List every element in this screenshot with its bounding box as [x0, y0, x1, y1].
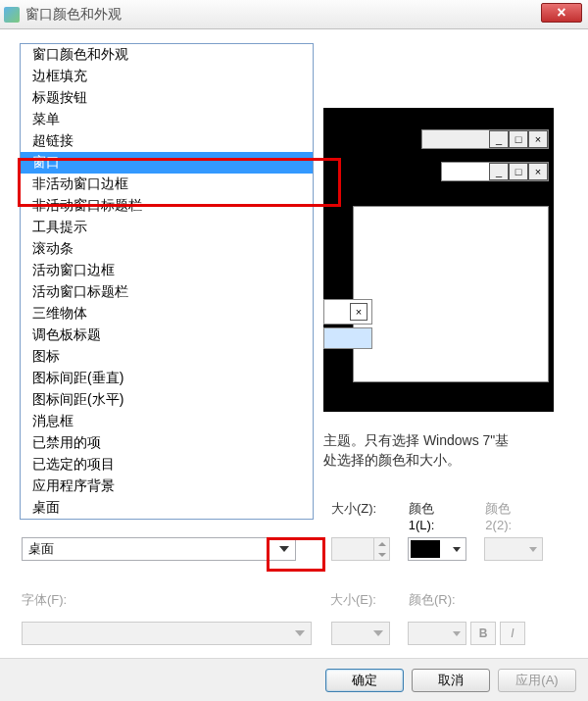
preview-messagebox: ×: [323, 299, 372, 325]
maximize-icon: □: [509, 163, 528, 180]
window-close-button[interactable]: ×: [541, 3, 582, 23]
minimize-icon: _: [489, 130, 509, 148]
chevron-down-icon: [369, 625, 387, 642]
dd-item[interactable]: 菜单: [21, 109, 313, 130]
preview-document: [353, 206, 549, 382]
dd-item[interactable]: 活动窗口边框: [21, 260, 313, 281]
titlebar: 窗口颜色和外观 ×: [0, 0, 588, 29]
info-line-2: 处选择的颜色和大小。: [323, 452, 461, 468]
label-color-r: 颜色(R):: [409, 591, 487, 609]
row-font: B I: [22, 621, 563, 646]
color2-combo: [484, 537, 543, 561]
fontsize-combo: [331, 622, 390, 645]
dd-item[interactable]: 图标: [21, 346, 313, 368]
info-text: 主题。只有选择 Windows 7"基 处选择的颜色和大小。: [323, 431, 559, 470]
row-font-labels: 字体(F): 大小(E): 颜色(R):: [22, 587, 563, 613]
apply-button[interactable]: 应用(A): [498, 669, 576, 692]
chevron-down-icon: [450, 625, 464, 642]
dd-item[interactable]: 标题按钮: [21, 87, 313, 109]
column-headers-2: 1(L): 2(2):: [331, 518, 563, 532]
chevron-down-icon: [291, 625, 309, 642]
close-icon: ×: [528, 163, 548, 180]
dd-item[interactable]: 桌面: [21, 497, 313, 519]
minimize-icon: _: [489, 163, 509, 180]
info-line-1: 主题。只有选择 Windows 7"基: [323, 432, 509, 448]
ok-button[interactable]: 确定: [325, 669, 404, 692]
chevron-down-icon: [450, 540, 464, 558]
header-size: 大小(Z):: [331, 500, 409, 518]
header-color2-val: 2(2):: [485, 518, 563, 532]
preview-inactive-window: _ □ ×: [421, 129, 549, 149]
dd-item[interactable]: 工具提示: [21, 217, 313, 238]
chevron-down-icon: [275, 540, 293, 558]
color1-combo[interactable]: [408, 537, 466, 561]
dd-item[interactable]: 非活动窗口边框: [21, 174, 313, 195]
titlebar-icon: [4, 7, 20, 23]
dd-item-first[interactable]: 窗口颜色和外观: [21, 44, 313, 66]
font-combo: [22, 622, 312, 645]
dd-item[interactable]: 三维物体: [21, 303, 313, 325]
color-swatch-black: [411, 540, 440, 558]
window-title: 窗口颜色和外观: [25, 6, 122, 24]
column-headers-1: 大小(Z): 颜色 颜色: [331, 500, 563, 518]
size-spinner[interactable]: [331, 537, 390, 561]
close-icon: ×: [557, 4, 565, 22]
dd-item[interactable]: 图标间距(垂直): [21, 368, 313, 389]
dd-item[interactable]: 图标间距(水平): [21, 389, 313, 411]
dd-item[interactable]: 边框填充: [21, 66, 313, 87]
dd-item[interactable]: 调色板标题: [21, 325, 313, 346]
spacer: [331, 518, 409, 532]
close-icon: ×: [350, 303, 368, 321]
button-bar: 确定 取消 应用(A): [0, 658, 588, 701]
dd-item[interactable]: 活动窗口标题栏: [21, 281, 313, 303]
maximize-icon: □: [509, 130, 528, 148]
italic-icon: I: [511, 626, 514, 640]
dd-item-selected[interactable]: 窗口: [21, 152, 313, 174]
dd-item[interactable]: 已选定的项目: [21, 454, 313, 476]
preview-area: _ □ × _ □ × ×: [323, 108, 554, 412]
header-color2: 颜色: [485, 500, 563, 518]
form-area: 大小(Z): 颜色 颜色 1(L): 2(2): 桌面: [22, 500, 563, 654]
row-item: 桌面: [22, 536, 563, 562]
label-size-e: 大小(E):: [330, 591, 409, 609]
italic-button: I: [500, 622, 525, 645]
header-color1: 颜色: [409, 500, 486, 518]
dialog-body: 窗口颜色和外观 边框填充 标题按钮 菜单 超链接 窗口 非活动窗口边框 非活动窗…: [0, 29, 588, 696]
cancel-button[interactable]: 取消: [412, 669, 490, 692]
bold-icon: B: [479, 626, 488, 640]
bold-button: B: [470, 622, 496, 645]
fontcolor-combo: [408, 622, 466, 645]
dd-item[interactable]: 已禁用的项: [21, 432, 313, 454]
dd-item[interactable]: 消息框: [21, 411, 313, 432]
dd-item[interactable]: 超链接: [21, 130, 313, 152]
header-color1-val: 1(L):: [409, 518, 486, 532]
dd-item[interactable]: 非活动窗口标题栏: [21, 195, 313, 217]
dd-item[interactable]: 滚动条: [21, 238, 313, 260]
dd-item[interactable]: 应用程序背景: [21, 476, 313, 497]
item-combo[interactable]: 桌面: [22, 537, 296, 561]
item-combo-value: 桌面: [23, 540, 54, 558]
close-icon: ×: [528, 130, 548, 148]
label-font: 字体(F):: [22, 591, 95, 609]
preview-selected: [323, 327, 372, 349]
chevron-down-icon: [526, 540, 540, 558]
preview-active-window: _ □ ×: [441, 162, 549, 181]
item-dropdown-listbox[interactable]: 窗口颜色和外观 边框填充 标题按钮 菜单 超链接 窗口 非活动窗口边框 非活动窗…: [20, 43, 314, 520]
